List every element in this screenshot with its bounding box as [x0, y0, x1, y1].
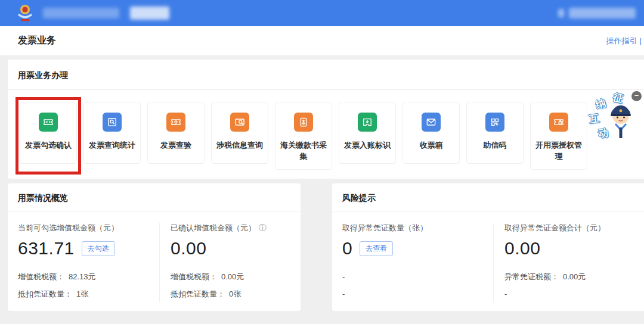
detail-row: - [504, 285, 644, 303]
invoice-overview-panel: 用票情况概览 当前可勾选增值税金额（元） 631.71 去勾选 增值税税额：82… [8, 183, 301, 311]
service-invoice-query-stats[interactable]: 发票查询统计 [83, 102, 141, 164]
user-icon [558, 9, 564, 17]
detail-row: - [342, 268, 493, 285]
header-blurred-title [43, 8, 119, 18]
authorization-icon [549, 113, 568, 132]
risk-col-amount: 取得异常凭证金额合计（元） 0.00 异常凭证税额：0.00元 - [493, 223, 644, 303]
operation-guide-link[interactable]: 操作指引| [606, 36, 642, 46]
detail-row: 抵扣凭证数量：1张 [18, 285, 159, 303]
services-card: 用票业务办理 发票勾选确认 [8, 60, 644, 179]
metric-label: 取得异常凭证金额合计（元） [504, 223, 644, 233]
detail-row: 增值税税额：82.13元 [18, 268, 159, 285]
tax-info-search-icon [230, 113, 249, 132]
service-label: 海关缴款书采集 [280, 139, 327, 162]
metric-label: 已确认增值税金额（元） ⓘ [171, 223, 301, 233]
service-inbox[interactable]: 收票箱 [402, 102, 460, 164]
info-icon[interactable]: ⓘ [259, 223, 267, 233]
customs-collect-icon [294, 113, 313, 132]
go-view-button[interactable]: 去查看 [360, 241, 393, 256]
risk-panel-title: 风险提示 [332, 183, 644, 212]
tax-logo-icon [16, 3, 35, 23]
service-invoice-check-confirm[interactable]: 发票勾选确认 [20, 102, 77, 164]
inbox-icon [422, 113, 441, 132]
service-label: 发票勾选确认 [25, 139, 72, 151]
overview-col-confirmed: 已确认增值税金额（元） ⓘ 0.00 增值税税额：0.00元 抵扣凭证数量：0张 [159, 223, 301, 303]
mascot-char: 互 [588, 111, 600, 126]
mascot-minimize-button[interactable]: − [631, 91, 642, 101]
metric-label: 取得异常凭证数量（张） [342, 223, 493, 233]
mascot-char: 动 [597, 126, 609, 140]
invoice-verify-icon [166, 113, 185, 132]
service-label: 收票箱 [420, 139, 443, 151]
overview-col-selectable: 当前可勾选增值税金额（元） 631.71 去勾选 增值税税额：82.13元 抵扣… [18, 223, 159, 303]
service-label: 发票查验 [160, 139, 191, 151]
service-tax-info-query[interactable]: 涉税信息查询 [211, 102, 268, 164]
metric-label: 当前可勾选增值税金额（元） [18, 223, 159, 233]
header-blurred-username [569, 8, 636, 18]
invoice-entry-icon [358, 113, 377, 132]
risk-alert-panel: 风险提示 取得异常凭证数量（张） 0 去查看 - - 取得异常凭证金额合计（元）… [332, 183, 644, 311]
page-titlebar: 发票业务 操作指引| [0, 26, 644, 56]
metric-value: 631.71 [18, 238, 75, 258]
invoice-search-icon [103, 113, 122, 132]
service-invoice-entry-mark[interactable]: 发票入账标识 [339, 102, 396, 164]
detail-row: 抵扣凭证数量：0张 [171, 285, 301, 303]
service-label: 助信码 [484, 139, 507, 151]
service-invoice-verify[interactable]: 发票查验 [147, 102, 205, 164]
detail-row: 增值税税额：0.00元 [171, 268, 301, 285]
service-label: 发票入账标识 [344, 139, 391, 151]
service-assist-code[interactable]: 助信码 [466, 102, 524, 164]
overview-panel-title: 用票情况概览 [8, 183, 301, 212]
metric-value: 0.00 [504, 238, 540, 258]
risk-col-count: 取得异常凭证数量（张） 0 去查看 - - [342, 223, 493, 303]
ticket-confirm-icon [39, 113, 58, 132]
service-label: 涉税信息查询 [216, 139, 263, 151]
metric-value: 0.00 [171, 238, 206, 258]
page-title: 发票业务 [18, 35, 56, 47]
service-customs-payment-collect[interactable]: 海关缴款书采集 [275, 102, 332, 170]
services-grid: 发票勾选确认 发票查询统计 [8, 90, 644, 170]
service-label: 发票查询统计 [89, 139, 135, 151]
go-select-button[interactable]: 去勾选 [82, 241, 115, 256]
qr-code-icon [485, 113, 504, 132]
detail-row: 异常凭证税额：0.00元 [504, 268, 644, 285]
services-section-title: 用票业务办理 [8, 60, 644, 90]
service-invoice-authorization[interactable]: 开用票授权管理 [530, 102, 587, 170]
detail-row: - [342, 285, 493, 303]
app-header [0, 0, 644, 26]
service-label: 开用票授权管理 [535, 139, 583, 162]
metric-value: 0 [342, 238, 352, 258]
header-blurred-badge [130, 7, 169, 20]
